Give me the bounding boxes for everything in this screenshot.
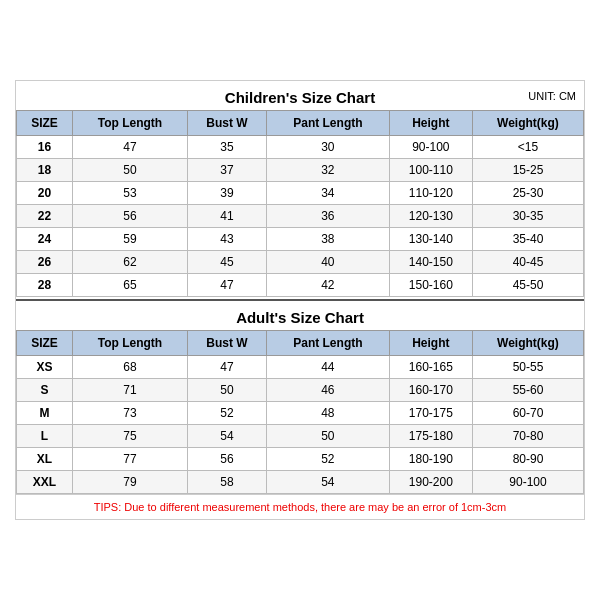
col-header-top-length: Top Length [72,111,187,136]
col-header-size: SIZE [17,111,73,136]
table-cell: 50-55 [472,356,583,379]
table-cell: 24 [17,228,73,251]
table-cell: 30-35 [472,205,583,228]
table-cell: 43 [188,228,267,251]
tips-text: TIPS: Due to different measurement metho… [16,494,584,519]
table-cell: 77 [72,448,187,471]
table-cell: 28 [17,274,73,297]
table-cell: 40 [266,251,389,274]
col-header-weight: Weight(kg) [472,111,583,136]
table-cell: 68 [72,356,187,379]
table-row: 22564136120-13030-35 [17,205,584,228]
table-cell: 150-160 [389,274,472,297]
adult-title-text: Adult's Size Chart [236,309,364,326]
col-header-bust-w: Bust W [188,111,267,136]
table-cell: 65 [72,274,187,297]
table-cell: 79 [72,471,187,494]
table-cell: XL [17,448,73,471]
table-cell: 32 [266,159,389,182]
children-header-row: SIZE Top Length Bust W Pant Length Heigh… [17,111,584,136]
table-cell: 56 [188,448,267,471]
table-cell: 39 [188,182,267,205]
table-cell: 53 [72,182,187,205]
table-cell: 62 [72,251,187,274]
table-row: 1647353090-100<15 [17,136,584,159]
table-cell: 50 [266,425,389,448]
table-row: 26624540140-15040-45 [17,251,584,274]
table-cell: 25-30 [472,182,583,205]
table-cell: 80-90 [472,448,583,471]
table-cell: 75 [72,425,187,448]
table-cell: XS [17,356,73,379]
table-cell: 58 [188,471,267,494]
table-row: M735248170-17560-70 [17,402,584,425]
table-cell: 90-100 [389,136,472,159]
table-cell: 38 [266,228,389,251]
adult-col-header-height: Height [389,331,472,356]
table-row: XS684744160-16550-55 [17,356,584,379]
table-cell: 71 [72,379,187,402]
table-cell: 47 [188,274,267,297]
table-row: XL775652180-19080-90 [17,448,584,471]
children-title-text: Children's Size Chart [225,89,375,106]
table-cell: 16 [17,136,73,159]
table-cell: 45-50 [472,274,583,297]
table-cell: 56 [72,205,187,228]
table-cell: 35 [188,136,267,159]
adult-col-header-bust-w: Bust W [188,331,267,356]
table-cell: 20 [17,182,73,205]
table-cell: 44 [266,356,389,379]
table-cell: 36 [266,205,389,228]
children-size-table: SIZE Top Length Bust W Pant Length Heigh… [16,110,584,297]
table-row: 24594338130-14035-40 [17,228,584,251]
table-cell: 41 [188,205,267,228]
table-cell: M [17,402,73,425]
table-cell: 73 [72,402,187,425]
adult-col-header-size: SIZE [17,331,73,356]
table-cell: <15 [472,136,583,159]
adult-col-header-pant-length: Pant Length [266,331,389,356]
table-cell: 50 [188,379,267,402]
table-cell: 90-100 [472,471,583,494]
table-cell: 55-60 [472,379,583,402]
table-cell: 46 [266,379,389,402]
table-cell: 160-165 [389,356,472,379]
table-cell: 30 [266,136,389,159]
table-row: 20533934110-12025-30 [17,182,584,205]
table-cell: 50 [72,159,187,182]
table-cell: 170-175 [389,402,472,425]
table-cell: 18 [17,159,73,182]
table-cell: 180-190 [389,448,472,471]
adult-col-header-weight: Weight(kg) [472,331,583,356]
table-cell: 120-130 [389,205,472,228]
table-cell: 60-70 [472,402,583,425]
table-row: L755450175-18070-80 [17,425,584,448]
adult-header-row: SIZE Top Length Bust W Pant Length Heigh… [17,331,584,356]
table-cell: 26 [17,251,73,274]
table-cell: 100-110 [389,159,472,182]
unit-label: UNIT: CM [528,90,576,102]
table-cell: 48 [266,402,389,425]
table-cell: 160-170 [389,379,472,402]
table-cell: 47 [72,136,187,159]
table-cell: 15-25 [472,159,583,182]
table-cell: 70-80 [472,425,583,448]
table-cell: 35-40 [472,228,583,251]
table-cell: 59 [72,228,187,251]
table-cell: 45 [188,251,267,274]
children-section-title: Children's Size Chart UNIT: CM [16,81,584,110]
table-row: 28654742150-16045-50 [17,274,584,297]
table-cell: 140-150 [389,251,472,274]
table-cell: XXL [17,471,73,494]
table-cell: 190-200 [389,471,472,494]
table-row: S715046160-17055-60 [17,379,584,402]
col-header-pant-length: Pant Length [266,111,389,136]
table-cell: S [17,379,73,402]
table-cell: 42 [266,274,389,297]
table-row: XXL795854190-20090-100 [17,471,584,494]
table-row: 18503732100-11015-25 [17,159,584,182]
table-cell: 175-180 [389,425,472,448]
table-cell: 52 [266,448,389,471]
table-cell: 52 [188,402,267,425]
adult-section-title: Adult's Size Chart [16,299,584,330]
